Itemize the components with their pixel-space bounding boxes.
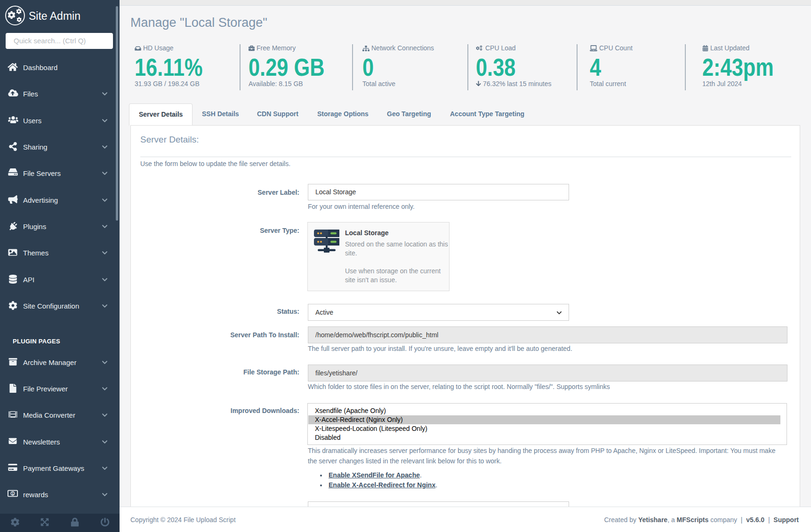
- svg-text:1: 1: [12, 492, 14, 496]
